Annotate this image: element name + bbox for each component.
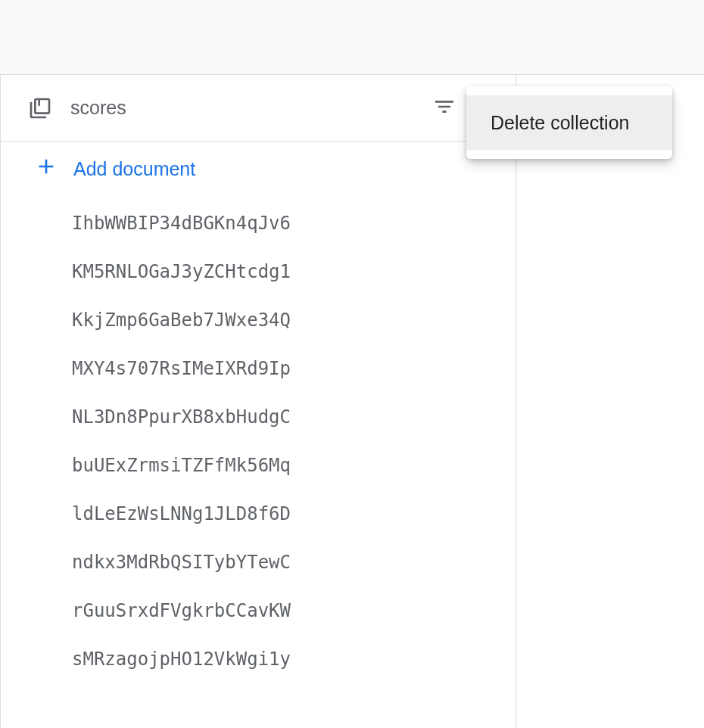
filter-button[interactable]: [426, 90, 463, 126]
add-document-button[interactable]: Add document: [1, 142, 516, 196]
menu-item-label: Delete collection: [491, 112, 629, 134]
collection-icon: [28, 96, 52, 120]
filter-list-icon: [432, 95, 456, 122]
document-item[interactable]: ldLeEzWsLNNg1JLD8f6D: [1, 490, 516, 538]
document-id: KM5RNLOGaJ3yZCHtcdg1: [72, 261, 291, 282]
top-spacer: [0, 0, 704, 74]
document-item[interactable]: rGuuSrxdFVgkrbCCavKW: [1, 586, 516, 635]
document-id: IhbWWBIP34dBGKn4qJv6: [72, 213, 291, 234]
context-menu: Delete collection: [466, 86, 672, 159]
collection-panel: scores Add document IhbWWBIP34dBGKn4qJv6…: [0, 75, 516, 728]
document-id: ldLeEzWsLNNg1JLD8f6D: [72, 503, 291, 524]
document-id: NL3Dn8PpurXB8xbHudgC: [72, 406, 291, 428]
panels-container: scores Add document IhbWWBIP34dBGKn4qJv6…: [0, 74, 704, 728]
delete-collection-menu-item[interactable]: Delete collection: [466, 95, 672, 150]
document-item[interactable]: KkjZmp6GaBeb7JWxe34Q: [1, 296, 516, 344]
document-id: MXY4s707RsIMeIXRd9Ip: [72, 358, 291, 379]
document-id: ndkx3MdRbQSITybYTewC: [72, 552, 291, 573]
document-item[interactable]: MXY4s707RsIMeIXRd9Ip: [1, 344, 516, 393]
collection-name: scores: [70, 97, 426, 119]
document-item[interactable]: NL3Dn8PpurXB8xbHudgC: [1, 393, 516, 441]
document-item[interactable]: buUExZrmsiTZFfMk56Mq: [1, 441, 516, 490]
document-id: buUExZrmsiTZFfMk56Mq: [72, 455, 291, 476]
collection-header: scores: [1, 75, 516, 142]
document-id: rGuuSrxdFVgkrbCCavKW: [72, 600, 291, 621]
document-id: KkjZmp6GaBeb7JWxe34Q: [72, 310, 291, 331]
document-item[interactable]: KM5RNLOGaJ3yZCHtcdg1: [1, 247, 516, 296]
document-list: IhbWWBIP34dBGKn4qJv6 KM5RNLOGaJ3yZCHtcdg…: [1, 196, 516, 683]
detail-panel: [516, 75, 704, 728]
document-item[interactable]: IhbWWBIP34dBGKn4qJv6: [1, 199, 516, 247]
plus-icon: [34, 154, 58, 183]
add-document-label: Add document: [73, 158, 195, 180]
document-id: sMRzagojpHO12VkWgi1y: [72, 649, 291, 670]
document-item[interactable]: ndkx3MdRbQSITybYTewC: [1, 538, 516, 586]
document-item[interactable]: sMRzagojpHO12VkWgi1y: [1, 635, 516, 683]
